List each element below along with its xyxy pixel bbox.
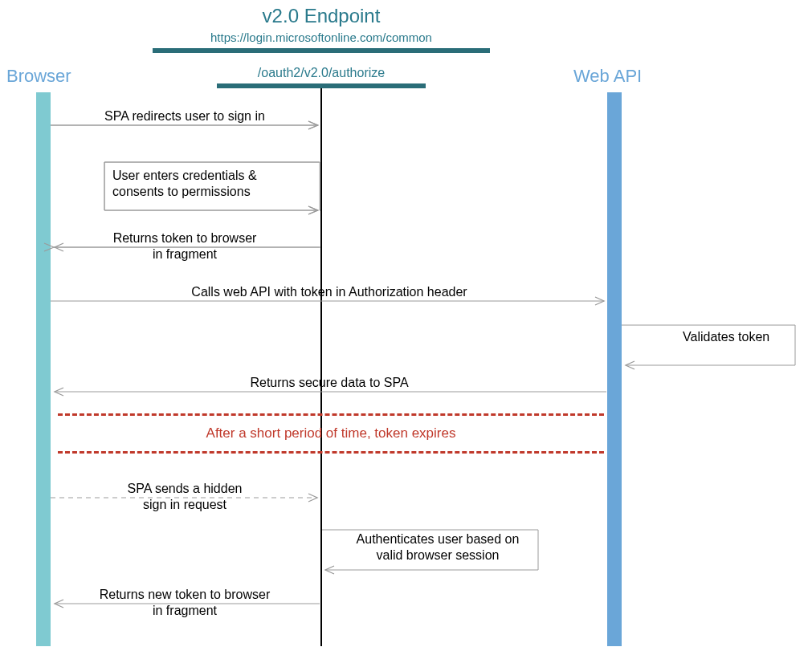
- msg-m9a: Authenticates user based on: [333, 532, 542, 547]
- msg-m3b: in fragment: [72, 247, 297, 262]
- msg-m8a: SPA sends a hidden: [72, 482, 297, 496]
- msg-m3a: Returns token to browser: [72, 231, 297, 246]
- msg-m2b: consents to permissions: [112, 185, 251, 199]
- expire-divider-bottom: [58, 451, 604, 454]
- msg-m8b: sign in request: [72, 498, 297, 512]
- sequence-diagram: v2.0 Endpoint https://login.microsoftonl…: [0, 0, 812, 651]
- msg-expire: After a short period of time, token expi…: [58, 425, 604, 441]
- msg-m1: SPA redirects user to sign in: [64, 109, 305, 124]
- msg-m10b: in fragment: [60, 604, 309, 618]
- msg-m5: Validates token: [683, 330, 769, 344]
- msg-m6: Returns secure data to SPA: [120, 376, 538, 390]
- msg-m4: Calls web API with token in Authorizatio…: [96, 285, 562, 299]
- msg-m10a: Returns new token to browser: [60, 588, 309, 602]
- msg-m9b: valid browser session: [333, 548, 542, 563]
- msg-m2a: User enters credentials &: [112, 169, 257, 183]
- expire-divider-top: [58, 413, 604, 416]
